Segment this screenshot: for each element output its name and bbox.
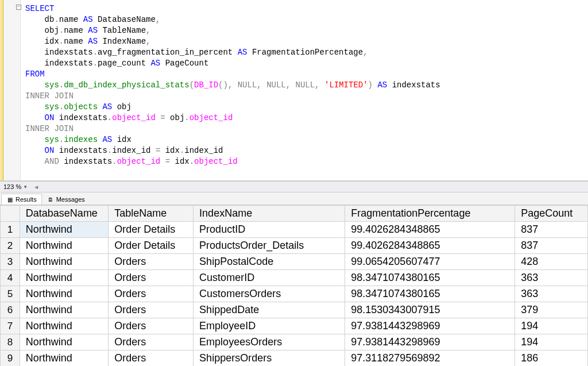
table-row[interactable]: 8NorthwindOrdersEmployeesOrders97.938144…	[1, 334, 588, 350]
tab-results[interactable]: ▦ Results	[1, 194, 42, 205]
results-tabs: ▦ Results 🗎 Messages	[0, 192, 588, 205]
cell[interactable]: Orders	[109, 350, 194, 367]
cell[interactable]: Orders	[109, 270, 194, 286]
code-line[interactable]: ON indexstats.object_id = obj.object_id	[25, 113, 583, 124]
cell[interactable]: 99.4026284348865	[345, 238, 515, 254]
results-grid[interactable]: DatabaseName TableName IndexName Fragmen…	[0, 205, 588, 366]
code-line[interactable]: sys.objects AS obj	[25, 102, 583, 113]
cell[interactable]: Northwind	[20, 254, 108, 270]
row-number[interactable]: 5	[1, 286, 20, 302]
cell[interactable]: ProductsOrder_Details	[194, 238, 345, 254]
cell[interactable]: 194	[515, 318, 588, 334]
row-number[interactable]: 8	[1, 334, 20, 350]
code-line[interactable]: sys.indexes AS idx	[25, 134, 583, 145]
caret-down-icon[interactable]: ▼	[23, 184, 28, 190]
tab-results-label: Results	[16, 196, 37, 203]
cell[interactable]: 98.3471074380165	[345, 270, 515, 286]
row-number[interactable]: 3	[1, 254, 20, 270]
table-row[interactable]: 6NorthwindOrdersShippedDate98.1530343007…	[1, 302, 588, 318]
code-line[interactable]: INNER JOIN	[25, 91, 583, 102]
cell[interactable]: 99.0654205607477	[345, 254, 515, 270]
cell[interactable]: 186	[515, 350, 588, 367]
table-row[interactable]: 1NorthwindOrder DetailsProductID99.40262…	[1, 222, 588, 238]
code-line[interactable]: FROM	[25, 69, 583, 80]
row-number[interactable]: 7	[1, 318, 20, 334]
row-number[interactable]: 1	[1, 222, 20, 238]
cell[interactable]: Northwind	[20, 222, 108, 238]
cell[interactable]: Orders	[109, 286, 194, 302]
col-indexname[interactable]: IndexName	[194, 206, 345, 222]
sql-editor[interactable]: − SELECT db.name AS DatabaseName, obj.na…	[0, 0, 588, 181]
cell[interactable]: Northwind	[20, 318, 108, 334]
cell[interactable]: ShipPostalCode	[194, 254, 345, 270]
code-line[interactable]: indexstats.page_count AS PageCount	[25, 58, 583, 69]
row-number[interactable]: 9	[1, 350, 20, 367]
cell[interactable]: Orders	[109, 302, 194, 318]
table-row[interactable]: 4NorthwindOrdersCustomerID98.34710743801…	[1, 270, 588, 286]
zoom-bar: 123 % ▼ ◄	[0, 181, 588, 192]
cell[interactable]: 428	[515, 254, 588, 270]
cell[interactable]: Orders	[109, 254, 194, 270]
grid-icon: ▦	[6, 196, 13, 203]
col-pagecount[interactable]: PageCount	[515, 206, 588, 222]
code-line[interactable]: obj.name AS TableName,	[25, 25, 583, 36]
row-header-blank	[1, 206, 20, 222]
cell[interactable]: 97.9381443298969	[345, 318, 515, 334]
code-line[interactable]: SELECT	[25, 3, 583, 14]
cell[interactable]: CustomersOrders	[194, 286, 345, 302]
cell[interactable]: ShippersOrders	[194, 350, 345, 367]
cell[interactable]: 97.9381443298969	[345, 334, 515, 350]
col-fragmentationpercentage[interactable]: FragmentationPercentage	[345, 206, 515, 222]
table-row[interactable]: 2NorthwindOrder DetailsProductsOrder_Det…	[1, 238, 588, 254]
cell[interactable]: Orders	[109, 334, 194, 350]
table-row[interactable]: 7NorthwindOrdersEmployeeID97.93814432989…	[1, 318, 588, 334]
cell[interactable]: 97.3118279569892	[345, 350, 515, 367]
col-tablename[interactable]: TableName	[109, 206, 194, 222]
table-row[interactable]: 9NorthwindOrdersShippersOrders97.3118279…	[1, 350, 588, 367]
cell[interactable]: Order Details	[109, 238, 194, 254]
code-line[interactable]: db.name AS DatabaseName,	[25, 14, 583, 25]
row-number[interactable]: 4	[1, 270, 20, 286]
cell[interactable]: 363	[515, 286, 588, 302]
cell[interactable]: 379	[515, 302, 588, 318]
code-line[interactable]: indexstats.avg_fragmentation_in_percent …	[25, 47, 583, 58]
cell[interactable]: ShippedDate	[194, 302, 345, 318]
cell[interactable]: 194	[515, 334, 588, 350]
table-row[interactable]: 3NorthwindOrdersShipPostalCode99.0654205…	[1, 254, 588, 270]
tab-messages[interactable]: 🗎 Messages	[42, 194, 90, 205]
tab-messages-label: Messages	[56, 196, 85, 203]
editor-gutter: −	[3, 0, 21, 180]
cell[interactable]: Northwind	[20, 238, 108, 254]
cell[interactable]: ProductID	[194, 222, 345, 238]
scroll-left-icon[interactable]: ◄	[33, 184, 39, 190]
code-line[interactable]: AND indexstats.object_id = idx.object_id	[25, 156, 583, 167]
row-number[interactable]: 2	[1, 238, 20, 254]
cell[interactable]: Orders	[109, 318, 194, 334]
cell[interactable]: Northwind	[20, 270, 108, 286]
cell[interactable]: EmployeesOrders	[194, 334, 345, 350]
cell[interactable]: Northwind	[20, 286, 108, 302]
code-pane[interactable]: SELECT db.name AS DatabaseName, obj.name…	[21, 0, 588, 180]
cell[interactable]: 837	[515, 222, 588, 238]
cell[interactable]: 837	[515, 238, 588, 254]
col-databasename[interactable]: DatabaseName	[20, 206, 108, 222]
row-number[interactable]: 6	[1, 302, 20, 318]
cell[interactable]: 99.4026284348865	[345, 222, 515, 238]
cell[interactable]: Northwind	[20, 302, 108, 318]
messages-icon: 🗎	[47, 196, 54, 203]
cell[interactable]: Northwind	[20, 334, 108, 350]
code-line[interactable]: sys.dm_db_index_physical_stats(DB_ID(), …	[25, 80, 583, 91]
cell[interactable]: 363	[515, 270, 588, 286]
cell[interactable]: Northwind	[20, 350, 108, 367]
cell[interactable]: Order Details	[109, 222, 194, 238]
cell[interactable]: EmployeeID	[194, 318, 345, 334]
cell[interactable]: 98.1530343007915	[345, 302, 515, 318]
code-line[interactable]: idx.name AS IndexName,	[25, 36, 583, 47]
zoom-level[interactable]: 123 %	[3, 183, 21, 190]
table-row[interactable]: 5NorthwindOrdersCustomersOrders98.347107…	[1, 286, 588, 302]
cell[interactable]: CustomerID	[194, 270, 345, 286]
cell[interactable]: 98.3471074380165	[345, 286, 515, 302]
code-line[interactable]: ON indexstats.index_id = idx.index_id	[25, 145, 583, 156]
header-row: DatabaseName TableName IndexName Fragmen…	[1, 206, 588, 222]
code-line[interactable]: INNER JOIN	[25, 124, 583, 134]
